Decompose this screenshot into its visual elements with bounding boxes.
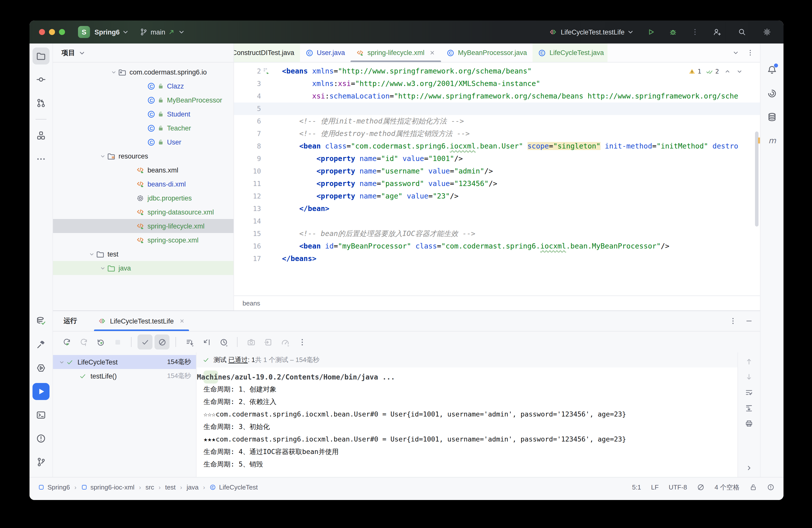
tree-item-beans-di-xml[interactable]: beans-di.xml [53, 177, 233, 191]
indent-setting[interactable]: 4 个空格 [714, 483, 740, 492]
editor-tab-lifecycletest-java[interactable]: CLifeCycleTest.java [533, 44, 608, 62]
tree-item-beans-xml[interactable]: beans.xml [53, 163, 233, 177]
minimize-window-button[interactable] [49, 29, 55, 35]
tabs-list-icon[interactable] [732, 49, 740, 57]
tree-item-spring-lifecycle-xml[interactable]: spring-lifecycle.xml [53, 219, 233, 233]
toggle-auto-test-button[interactable] [93, 335, 108, 350]
test-history-button[interactable] [216, 335, 231, 350]
chevron-down-icon[interactable] [57, 359, 66, 365]
scroll-to-end-button[interactable] [745, 404, 753, 412]
chevron-down-icon [122, 28, 130, 36]
breadcrumb-java[interactable]: java [187, 484, 199, 491]
tool-button-project[interactable] [32, 47, 49, 64]
more-actions-button[interactable] [688, 26, 701, 39]
tree-item-com-codermast-spring6-io[interactable]: com.codermast.spring6.io [53, 65, 233, 79]
hide-panel-icon[interactable] [745, 317, 753, 325]
show-ignored-button[interactable] [155, 335, 170, 350]
chevron-up-icon[interactable] [724, 68, 731, 75]
vcs-widget[interactable]: main [140, 28, 186, 36]
caret-position[interactable]: 5:1 [632, 484, 641, 491]
tool-button-terminal[interactable] [32, 407, 49, 424]
tree-item-teacher[interactable]: CTeacher [53, 121, 233, 135]
console-output[interactable]: /Users/codermast/Library/Java/JavaVirtua… [197, 367, 738, 477]
tool-button-build[interactable] [32, 336, 49, 353]
tool-button-structure[interactable] [32, 127, 49, 144]
close-icon[interactable] [179, 318, 185, 324]
tree-item-label: java [118, 264, 131, 272]
tool-button-problems[interactable] [32, 430, 49, 447]
breadcrumb-module[interactable]: spring6-ioc-xml [81, 484, 134, 491]
zoom-window-button[interactable] [59, 29, 65, 35]
chevron-down-icon[interactable] [87, 251, 96, 257]
tool-button-database[interactable] [764, 108, 781, 126]
chevron-down-icon[interactable] [98, 265, 107, 271]
editor-tab-user-java[interactable]: CUser.java [300, 44, 350, 62]
test-node-lifecycletest[interactable]: LifeCycleTest154毫秒 [53, 355, 196, 369]
editor-tab-constructditest-java[interactable]: CConstructDITest.java [234, 44, 300, 62]
tree-item-clazz[interactable]: CClazz [53, 79, 233, 93]
copilot-status[interactable] [697, 484, 705, 491]
tool-button-version-control[interactable] [32, 454, 49, 470]
tool-button-more-tools[interactable] [32, 150, 49, 167]
more-button[interactable] [294, 335, 309, 350]
sort-alphabetically-button[interactable] [182, 335, 197, 350]
more-options-icon[interactable] [729, 317, 737, 325]
run-tab[interactable]: LifeCycleTest.testLife [93, 311, 190, 331]
error-indicator[interactable] [767, 484, 774, 491]
tree-item-test[interactable]: test [53, 247, 233, 261]
close-window-button[interactable] [39, 29, 45, 35]
editor-tab-spring-lifecycle-xml[interactable]: spring-lifecycle.xml [350, 44, 441, 62]
print-button[interactable] [745, 420, 753, 427]
tree-item-student[interactable]: CStudent [53, 107, 233, 121]
tool-button-spring[interactable] [764, 85, 781, 102]
debug-button[interactable] [667, 26, 680, 39]
chevron-down-icon[interactable] [98, 153, 107, 159]
code-with-me-button[interactable] [710, 26, 724, 39]
breadcrumb-class[interactable]: CLifeCycleTest [209, 484, 258, 491]
run-configuration-widget[interactable]: LifeCycleTest.testLife [549, 28, 635, 36]
tree-item-spring-datasource-xml[interactable]: spring-datasource.xml [53, 205, 233, 219]
search-everywhere-button[interactable] [736, 26, 749, 39]
close-icon[interactable] [429, 49, 435, 56]
show-ignored-icon [158, 338, 166, 346]
bean-gutter-icon[interactable] [263, 67, 271, 74]
tool-button-maven[interactable]: m [764, 132, 781, 149]
line-separator[interactable]: LF [651, 484, 658, 491]
editor-content[interactable]: 2<beans xmlns="http://www.springframewor… [234, 62, 760, 295]
run-button[interactable] [644, 26, 657, 39]
project-widget[interactable]: S Spring6 [78, 26, 130, 38]
stop-icon [113, 338, 122, 346]
tree-item-resources[interactable]: resources [53, 149, 233, 163]
tree-item-spring-scope-xml[interactable]: spring-scope.xml [53, 233, 233, 247]
tool-button-commit[interactable] [32, 71, 49, 88]
test-node-testlife-[interactable]: testLife()154毫秒 [53, 369, 196, 383]
editor-scrollbar[interactable] [755, 132, 758, 226]
tool-button-run[interactable] [32, 383, 49, 400]
chevron-down-icon[interactable] [109, 69, 118, 75]
expand-console-button[interactable] [745, 464, 753, 472]
file-encoding[interactable]: UTF-8 [669, 484, 687, 491]
tree-item-jdbc-properties[interactable]: jdbc.properties [53, 191, 233, 205]
chevron-down-icon[interactable] [736, 68, 743, 75]
tree-item-user[interactable]: CUser [53, 135, 233, 149]
chevron-down-icon[interactable] [78, 49, 86, 57]
rerun-button[interactable] [59, 335, 74, 350]
breadcrumb-project[interactable]: Spring6 [38, 484, 70, 491]
settings-button[interactable] [760, 26, 773, 39]
breadcrumb-test[interactable]: test [165, 484, 176, 491]
tool-button-run-dashboard[interactable] [32, 360, 49, 377]
tool-button-services[interactable] [32, 312, 49, 329]
inspection-widget[interactable]: 1 2 [684, 66, 747, 76]
soft-wrap-button[interactable] [745, 388, 753, 396]
editor-breadcrumb[interactable]: beans [234, 295, 760, 310]
editor-tab-mybeanprocessor-java[interactable]: CMyBeanProcessor.java [441, 44, 533, 62]
show-passed-button[interactable] [137, 335, 153, 350]
sort-by-duration-button[interactable] [199, 335, 214, 350]
tree-item-java[interactable]: java [53, 261, 233, 275]
tool-button-pull-requests[interactable] [32, 94, 49, 112]
tree-item-mybeanprocessor[interactable]: CMyBeanProcessor [53, 93, 233, 107]
tool-button-notifications[interactable] [764, 61, 781, 78]
breadcrumb-src[interactable]: src [145, 484, 154, 491]
readonly-toggle[interactable] [750, 484, 757, 491]
tab-options-icon[interactable] [746, 49, 754, 57]
